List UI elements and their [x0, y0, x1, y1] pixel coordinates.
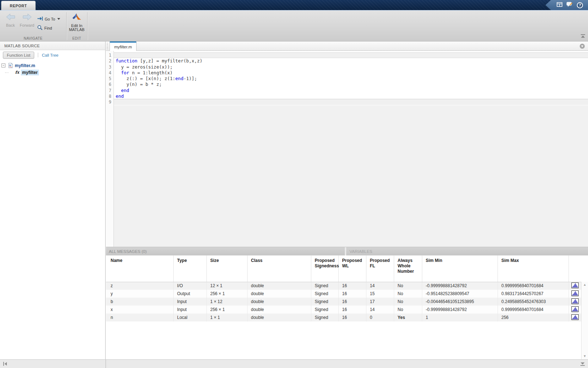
tab-function-list[interactable]: Function List [3, 52, 34, 59]
table-row[interactable]: bInput1 × 12doubleSigned1617No-0.0044654… [106, 298, 581, 306]
cell-signedness: Signed [311, 298, 338, 306]
line-number: 4 [106, 70, 114, 76]
tab-variables[interactable]: VARIABLES [349, 247, 372, 256]
goto-button[interactable]: Go To [37, 16, 60, 22]
tree-function-label[interactable]: myfilter [21, 70, 39, 75]
column-header[interactable]: Type [173, 255, 206, 282]
code-text [114, 99, 588, 105]
column-header[interactable] [569, 255, 581, 282]
statusbar-divider [106, 360, 106, 368]
edit-in-matlab-button[interactable]: Edit In MATLAB [67, 12, 86, 32]
section-label-navigate: NAVIGATE [0, 36, 66, 40]
forward-button[interactable]: Forward [19, 13, 35, 27]
fx-icon: fx [15, 70, 19, 75]
title-bar: REPORT ? [0, 0, 588, 10]
cell-wl: 16 [338, 314, 366, 321]
histogram-icon[interactable] [569, 282, 581, 290]
collapse-left-panel-icon[interactable] [3, 361, 8, 368]
cell-name: b [106, 298, 173, 306]
histogram-icon[interactable] [569, 314, 581, 321]
column-header[interactable]: Sim Max [498, 255, 569, 282]
cell-size: 1 × 12 [206, 298, 247, 306]
line-number: 6 [106, 82, 114, 87]
table-scrollbar[interactable]: ▲ ▼ [581, 282, 588, 359]
tree-file-label[interactable]: myfilter.m [15, 63, 35, 68]
table-row[interactable]: nLocal1 × 1doubleSigned160Yes1256 [106, 314, 581, 321]
panel-title: MATLAB SOURCE [0, 41, 105, 50]
find-icon [37, 25, 43, 31]
column-header[interactable]: Proposed Signedness [311, 255, 338, 282]
cell-fl: 17 [366, 298, 394, 306]
help-icon[interactable]: ? [577, 2, 583, 8]
find-label: Find [44, 26, 52, 30]
cell-wl: 16 [338, 306, 366, 314]
layout-grid-icon[interactable] [557, 2, 562, 8]
code-text: y = zeros(size(x)); [114, 64, 588, 70]
cell-sim_max: 0.24958855452476303 [498, 298, 569, 306]
scroll-down-icon[interactable]: ▼ [583, 355, 587, 358]
cell-sim_max: 0.9831716442570267 [498, 290, 569, 298]
cell-name: z [106, 282, 173, 290]
cell-sim_min: -0.004465461051253895 [422, 298, 498, 306]
results-tab-separator [345, 247, 346, 255]
histogram-icon[interactable] [569, 306, 581, 314]
source-view-tabs: Function List Call Tree [0, 50, 105, 60]
table-row[interactable]: xInput256 × 1doubleSigned1614No-0.999998… [106, 306, 581, 314]
line-number: 5 [106, 76, 114, 82]
tab-separator [38, 53, 38, 57]
cell-fl: 14 [366, 306, 394, 314]
collapse-expander-icon[interactable]: − [1, 63, 5, 67]
cell-whole: No [394, 298, 422, 306]
tab-overflow-button[interactable] [580, 44, 585, 49]
code-line: 7 end [106, 88, 588, 93]
mfile-icon: fx [8, 63, 13, 68]
column-header[interactable]: Always Whole Number [394, 255, 422, 282]
table-row[interactable]: zI/O12 × 1doubleSigned1614No-0.999998881… [106, 282, 581, 290]
code-text: y(n) = b * z; [114, 82, 588, 87]
editor-tab-myfilter[interactable]: myfilter.m [110, 41, 137, 51]
report-main-area: myfilter.m 12function [y,z] = myfilter(b… [106, 41, 588, 359]
tab-all-messages[interactable]: ALL MESSAGES (0) [109, 247, 147, 256]
cell-fl: 14 [366, 282, 394, 290]
tree-connector [5, 72, 9, 73]
cell-wl: 16 [338, 282, 366, 290]
report-tab-label: REPORT [10, 4, 27, 8]
column-header[interactable]: Name [106, 255, 173, 282]
histogram-icon[interactable] [569, 290, 581, 298]
cell-sim_max: 0.9999956940701684 [498, 282, 569, 290]
table-row[interactable]: yOutput256 × 1doubleSigned1615No-0.95148… [106, 290, 581, 298]
back-button[interactable]: Back [4, 13, 17, 27]
cell-wl: 16 [338, 298, 366, 306]
scroll-up-icon[interactable]: ▲ [583, 283, 587, 286]
column-header[interactable]: Class [247, 255, 311, 282]
column-header[interactable]: Sim Min [422, 255, 498, 282]
collapse-ribbon-icon[interactable] [580, 33, 586, 40]
goto-icon [37, 16, 43, 22]
code-lines: 12function [y,z] = myfilter(b,x,z)3 y = … [106, 51, 588, 105]
histogram-icon[interactable] [569, 298, 581, 306]
collapse-bottom-panel-icon[interactable] [580, 362, 585, 368]
code-line: 5 z(:) = [x(n); z(1:end-1)]; [106, 76, 588, 82]
column-header[interactable]: Size [206, 255, 247, 282]
section-divider [66, 12, 67, 40]
cell-whole: Yes [394, 314, 422, 321]
cell-size: 1 × 1 [206, 314, 247, 321]
cell-whole: No [394, 306, 422, 314]
tree-item-function[interactable]: fx myfilter [0, 69, 105, 76]
tab-call-tree[interactable]: Call Tree [42, 53, 58, 57]
code-line: 6 y(n) = b * z; [106, 82, 588, 87]
cell-type: Local [173, 314, 206, 321]
cell-type: Output [173, 290, 206, 298]
find-button[interactable]: Find [37, 25, 52, 31]
cell-name: x [106, 306, 173, 314]
titlebar-texture [0, 0, 588, 10]
results-tabstrip: ALL MESSAGES (0) VARIABLES [106, 247, 588, 255]
results-panel: ALL MESSAGES (0) VARIABLES NameTypeSizeC… [106, 247, 588, 359]
tab-report[interactable]: REPORT [1, 1, 36, 10]
column-header[interactable]: Proposed WL [338, 255, 366, 282]
column-header[interactable]: Proposed FL [366, 255, 394, 282]
status-bar [0, 359, 588, 368]
splitter-grip-icon[interactable] [107, 43, 108, 49]
tree-item-file[interactable]: − fx myfilter.m [0, 62, 105, 69]
feedback-icon[interactable] [566, 2, 573, 9]
